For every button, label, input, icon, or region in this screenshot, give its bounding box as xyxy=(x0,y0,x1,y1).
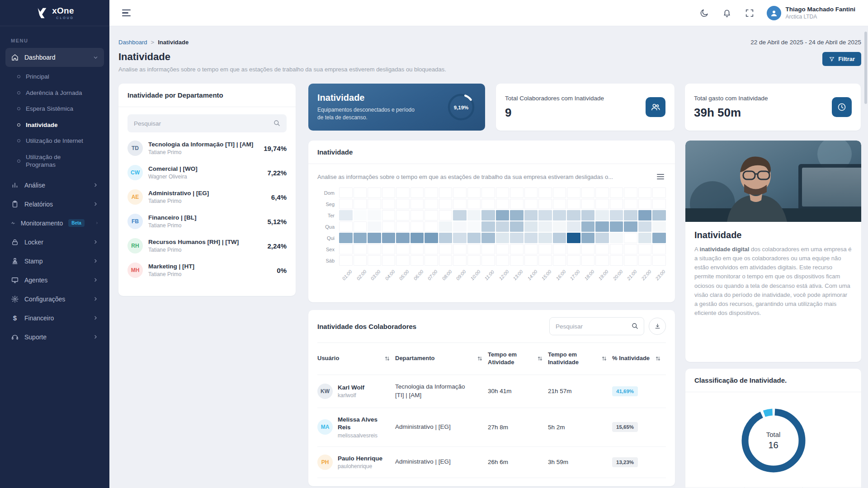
heatmap-cell[interactable] xyxy=(581,199,595,209)
heatmap-cell[interactable] xyxy=(339,244,353,254)
heatmap-cell[interactable] xyxy=(638,221,652,232)
heatmap-cell[interactable] xyxy=(481,188,495,198)
heatmap-cell[interactable] xyxy=(425,210,438,221)
heatmap-cell[interactable] xyxy=(524,210,538,221)
sidebar-item-espera[interactable]: Espera Sistêmica xyxy=(5,101,104,117)
heatmap-cell[interactable] xyxy=(624,255,637,266)
department-row[interactable]: FB Financeiro | [BL]Tatiane Primo 5,12% xyxy=(127,209,287,234)
department-search-input[interactable] xyxy=(127,114,287,132)
heatmap-cell[interactable] xyxy=(382,188,396,198)
heatmap-cell[interactable] xyxy=(439,244,453,254)
search-icon[interactable] xyxy=(273,119,281,127)
heatmap-cell[interactable] xyxy=(553,221,566,232)
sidebar-item-financeiro[interactable]: Financeiro xyxy=(5,309,104,328)
department-row[interactable]: RH Recursos Humanos [RH] | [TW]Tatiane P… xyxy=(127,234,287,258)
heatmap-cell[interactable] xyxy=(368,199,381,209)
heatmap-cell[interactable] xyxy=(368,210,381,221)
heatmap-cell[interactable] xyxy=(581,244,595,254)
menu-toggle-button[interactable] xyxy=(122,9,131,17)
heatmap-cell[interactable] xyxy=(496,255,509,266)
heatmap-cell[interactable] xyxy=(396,210,410,221)
breadcrumb-dashboard-link[interactable]: Dashboard xyxy=(118,39,147,46)
heatmap-cell[interactable] xyxy=(382,255,396,266)
heatmap-cell[interactable] xyxy=(567,233,580,243)
heatmap-cell[interactable] xyxy=(467,244,481,254)
sidebar-item-analise[interactable]: Análise xyxy=(5,176,104,195)
table-row[interactable]: KW Karl Wolfkarlwolf Tecnologia da Infor… xyxy=(308,375,675,408)
heatmap-cell[interactable] xyxy=(510,244,524,254)
heatmap-cell[interactable] xyxy=(595,199,609,209)
column-header-usuario[interactable]: Usuário xyxy=(317,343,395,375)
heatmap-cell[interactable] xyxy=(524,199,538,209)
heatmap-cell[interactable] xyxy=(610,233,623,243)
heatmap-cell[interactable] xyxy=(624,210,637,221)
heatmap-cell[interactable] xyxy=(624,244,637,254)
heatmap-cell[interactable] xyxy=(610,244,623,254)
heatmap-cell[interactable] xyxy=(610,199,623,209)
sidebar-item-dashboard[interactable]: Dashboard xyxy=(5,48,104,67)
heatmap-cell[interactable] xyxy=(567,221,580,232)
sidebar-item-stamp[interactable]: Stamp xyxy=(5,252,104,271)
heatmap-cell[interactable] xyxy=(652,244,666,254)
heatmap-cell[interactable] xyxy=(425,255,438,266)
heatmap-cell[interactable] xyxy=(467,255,481,266)
sidebar-item-configuracoes[interactable]: Configurações xyxy=(5,290,104,309)
heatmap-cell[interactable] xyxy=(354,221,367,232)
heatmap-cell[interactable] xyxy=(339,233,353,243)
heatmap-cell[interactable] xyxy=(481,255,495,266)
table-search-input[interactable] xyxy=(549,317,644,335)
heatmap-cell[interactable] xyxy=(453,255,467,266)
heatmap-cell[interactable] xyxy=(553,210,566,221)
heatmap-cell[interactable] xyxy=(638,233,652,243)
heatmap-cell[interactable] xyxy=(524,255,538,266)
page-scrollbar[interactable] xyxy=(864,32,867,104)
heatmap-cell[interactable] xyxy=(467,210,481,221)
heatmap-cell[interactable] xyxy=(410,210,424,221)
heatmap-cell[interactable] xyxy=(638,210,652,221)
heatmap-cell[interactable] xyxy=(538,210,552,221)
heatmap-cell[interactable] xyxy=(524,221,538,232)
department-row[interactable]: TD Tecnologia da Informação [TI] | [AM]T… xyxy=(127,136,287,160)
sort-icon[interactable] xyxy=(476,355,483,362)
heatmap-cell[interactable] xyxy=(425,233,438,243)
department-row[interactable]: MH Marketing | [HT]Tatiane Primo 0% xyxy=(127,258,287,282)
column-header-departamento[interactable]: Departamento xyxy=(395,343,488,375)
heatmap-cell[interactable] xyxy=(425,188,438,198)
heatmap-cell[interactable] xyxy=(396,199,410,209)
heatmap-cell[interactable] xyxy=(538,244,552,254)
sort-icon[interactable] xyxy=(601,355,608,362)
heatmap-cell[interactable] xyxy=(638,188,652,198)
date-range[interactable]: 22 de Abril de 2025 - 24 de Abril de 202… xyxy=(750,39,861,46)
heatmap-cell[interactable] xyxy=(510,221,524,232)
heatmap-cell[interactable] xyxy=(538,233,552,243)
heatmap-cell[interactable] xyxy=(496,199,509,209)
heatmap-cell[interactable] xyxy=(538,255,552,266)
heatmap-cell[interactable] xyxy=(410,188,424,198)
download-button[interactable] xyxy=(649,318,666,335)
heatmap-cell[interactable] xyxy=(496,244,509,254)
department-row[interactable]: CW Comercial | [WO]Wagner Oliveira 7,22% xyxy=(127,160,287,185)
heatmap-cell[interactable] xyxy=(453,233,467,243)
heatmap-cell[interactable] xyxy=(354,188,367,198)
sort-icon[interactable] xyxy=(537,355,543,362)
heatmap-cell[interactable] xyxy=(510,233,524,243)
heatmap-cell[interactable] xyxy=(396,233,410,243)
heatmap-cell[interactable] xyxy=(382,199,396,209)
heatmap-cell[interactable] xyxy=(410,199,424,209)
heatmap-cell[interactable] xyxy=(624,188,637,198)
heatmap-cell[interactable] xyxy=(439,255,453,266)
column-header-tempo-atividade[interactable]: Tempo em Atividade xyxy=(488,343,548,375)
heatmap-cell[interactable] xyxy=(453,199,467,209)
heatmap-cell[interactable] xyxy=(453,188,467,198)
heatmap-cell[interactable] xyxy=(567,188,580,198)
heatmap-cell[interactable] xyxy=(624,221,637,232)
heatmap-cell[interactable] xyxy=(467,199,481,209)
heatmap-cell[interactable] xyxy=(467,233,481,243)
heatmap-cell[interactable] xyxy=(553,233,566,243)
heatmap-cell[interactable] xyxy=(581,255,595,266)
heatmap-cell[interactable] xyxy=(410,244,424,254)
heatmap-cell[interactable] xyxy=(439,221,453,232)
table-row[interactable]: PH Paulo Henriquepaulohenrique Administr… xyxy=(308,447,675,478)
heatmap-cell[interactable] xyxy=(453,244,467,254)
heatmap-cell[interactable] xyxy=(410,221,424,232)
